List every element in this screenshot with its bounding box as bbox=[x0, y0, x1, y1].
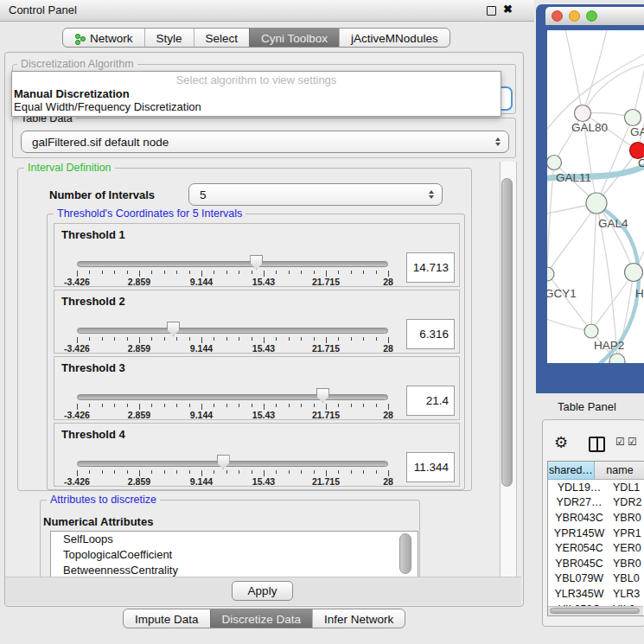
tab-label: Select bbox=[206, 32, 239, 45]
threshold-slider-thumb[interactable] bbox=[167, 322, 180, 336]
table-row[interactable]: YBR045CYBR0 bbox=[548, 556, 644, 571]
tab-jactivemnodules[interactable]: jActiveMNodules bbox=[339, 29, 450, 47]
algorithm-option[interactable]: Equal Width/Frequency Discretization bbox=[14, 100, 201, 113]
threshold-slider-thumb[interactable] bbox=[316, 388, 329, 403]
tab-label: Infer Network bbox=[324, 613, 393, 626]
network-edge bbox=[547, 274, 591, 331]
slider-tick bbox=[151, 470, 152, 474]
slider-tick bbox=[139, 337, 140, 343]
slider-tick bbox=[276, 404, 277, 407]
apply-button[interactable]: Apply bbox=[232, 581, 293, 601]
threshold-slider-thumb[interactable] bbox=[217, 455, 230, 469]
slider-tick bbox=[77, 337, 78, 343]
float-window-icon[interactable] bbox=[487, 6, 496, 16]
node-table[interactable]: shared… name YDL19…YDL1YDR27…YDR2YBR043C… bbox=[547, 461, 644, 616]
threshold-slider-track[interactable] bbox=[77, 461, 388, 467]
slider-tick-label: 21.715 bbox=[312, 476, 340, 487]
slider-tick bbox=[151, 271, 152, 274]
slider-tick bbox=[338, 404, 339, 407]
number-of-intervals-combo[interactable]: 5 bbox=[188, 183, 443, 206]
table-row[interactable]: YDL19…YDL1 bbox=[548, 480, 644, 495]
network-view-canvas[interactable]: GAL80GACGAL11GAL4GCY1HHAP2 bbox=[547, 30, 644, 363]
table-hscrollbar-track[interactable] bbox=[548, 606, 643, 615]
slider-tick bbox=[89, 470, 90, 474]
column-header-shared-name[interactable]: shared… bbox=[548, 462, 595, 480]
network-node-label: HAP2 bbox=[594, 339, 624, 352]
slider-tick bbox=[264, 470, 265, 476]
table-row[interactable]: YER054CYER0 bbox=[548, 540, 644, 556]
table-data-combo[interactable]: galFiltered.sif default node bbox=[21, 131, 509, 153]
numerical-attributes-list[interactable]: SelfLoopsTopologicalCoefficientBetweenne… bbox=[50, 531, 418, 577]
slider-tick bbox=[376, 271, 377, 274]
network-node[interactable] bbox=[586, 193, 607, 214]
slider-tick bbox=[326, 271, 327, 277]
attributes-scrollbar-thumb[interactable] bbox=[399, 533, 411, 574]
network-node[interactable] bbox=[625, 110, 641, 126]
combo-arrows-icon bbox=[495, 137, 501, 146]
interval-definition-label: Interval Definition bbox=[24, 162, 115, 174]
threshold-slider-thumb[interactable] bbox=[250, 255, 263, 270]
attribute-list-item[interactable]: TopologicalCoefficient bbox=[51, 547, 418, 563]
zoom-traffic-light-icon[interactable] bbox=[586, 10, 597, 22]
minimize-traffic-light-icon[interactable] bbox=[569, 10, 580, 22]
slider-tick bbox=[77, 271, 78, 277]
attribute-list-item[interactable]: SelfLoops bbox=[51, 532, 418, 547]
slider-tick bbox=[264, 404, 265, 410]
slider-tick bbox=[214, 271, 214, 274]
table-row[interactable]: YDR27…YDR2 bbox=[548, 495, 644, 511]
table-row[interactable]: YBL079WYBL0 bbox=[548, 571, 644, 587]
slider-tick bbox=[114, 337, 115, 341]
gear-icon[interactable]: ⚙ bbox=[554, 433, 568, 452]
close-traffic-light-icon[interactable] bbox=[552, 10, 563, 22]
threshold-value-field[interactable]: 14.713 bbox=[406, 252, 455, 283]
threshold-slider-track[interactable] bbox=[77, 328, 388, 334]
attribute-list-item[interactable]: BetweennessCentrality bbox=[51, 563, 418, 577]
cell-name: YBR0 bbox=[610, 512, 644, 524]
tab-style[interactable]: Style bbox=[144, 29, 194, 47]
threshold-value-field[interactable]: 21.4 bbox=[406, 386, 455, 416]
table-row[interactable]: YBR043CYBR0 bbox=[548, 510, 644, 526]
tab-network[interactable]: Network bbox=[63, 29, 144, 47]
network-window-titlebar[interactable] bbox=[545, 7, 644, 25]
slider-tick-label: -3.426 bbox=[64, 410, 90, 420]
threshold-slider-track[interactable] bbox=[77, 394, 388, 400]
main-scrollbar-thumb[interactable] bbox=[501, 178, 513, 487]
slider-tick bbox=[338, 271, 339, 274]
network-node[interactable] bbox=[547, 267, 554, 281]
columns-icon[interactable] bbox=[589, 437, 605, 452]
slider-tick bbox=[151, 337, 152, 341]
network-node[interactable] bbox=[575, 105, 591, 122]
table-hscrollbar-thumb[interactable] bbox=[550, 608, 640, 614]
column-header-name[interactable]: name bbox=[595, 462, 644, 480]
network-node[interactable] bbox=[584, 324, 598, 338]
threshold-value-field[interactable]: 6.316 bbox=[406, 319, 455, 349]
table-row[interactable]: YLR345WYLR3 bbox=[548, 586, 644, 602]
slider-tick-label: 15.43 bbox=[252, 343, 275, 354]
tab-infer-network[interactable]: Infer Network bbox=[312, 609, 405, 628]
slider-tick bbox=[201, 404, 202, 410]
threshold-slider-track[interactable] bbox=[77, 261, 388, 267]
slider-tick bbox=[239, 271, 239, 274]
table-row[interactable]: YPR145WYPR1 bbox=[548, 526, 644, 541]
cyni-mode-tabs: Impute DataDiscretize DataInfer Network bbox=[123, 609, 405, 628]
tab-discretize-data[interactable]: Discretize Data bbox=[210, 609, 313, 628]
network-edge bbox=[583, 63, 644, 113]
slider-tick-label: 2.859 bbox=[128, 343, 150, 354]
tab-cyni-toolbox[interactable]: Cyni Toolbox bbox=[249, 29, 339, 47]
network-node-label: GAL11 bbox=[556, 171, 591, 184]
network-node[interactable] bbox=[547, 156, 562, 170]
algorithm-option[interactable]: Manual Discretization bbox=[14, 87, 130, 100]
checkbox-icon[interactable]: ☑ bbox=[615, 436, 625, 448]
slider-tick-label: -3.426 bbox=[64, 476, 90, 487]
network-node[interactable] bbox=[625, 264, 643, 282]
slider-tick-label: 9.144 bbox=[190, 343, 213, 354]
tab-label: Impute Data bbox=[135, 613, 199, 626]
threshold-panel: Threshold 4-3.4262.8599.14415.4321.71528… bbox=[54, 423, 460, 487]
close-icon[interactable]: ✖ bbox=[503, 3, 513, 16]
threshold-value-field[interactable]: 11.344 bbox=[406, 452, 455, 482]
tab-select[interactable]: Select bbox=[194, 29, 250, 47]
tab-impute-data[interactable]: Impute Data bbox=[124, 609, 210, 628]
checkbox-icon[interactable]: ☑ bbox=[628, 436, 637, 448]
slider-tick-label: 15.43 bbox=[252, 277, 275, 287]
table-data-combo-value: galFiltered.sif default node bbox=[32, 136, 169, 149]
